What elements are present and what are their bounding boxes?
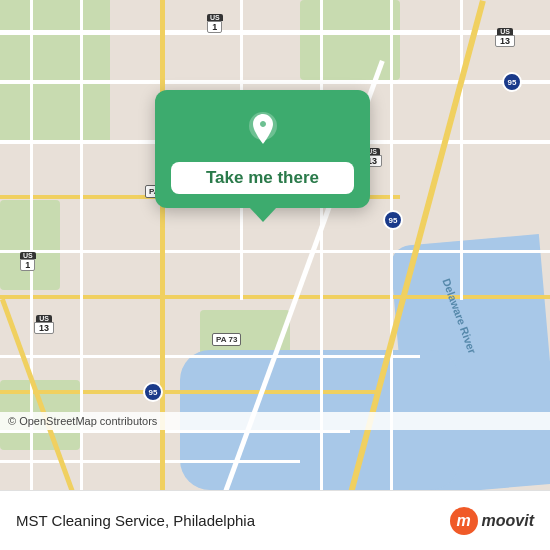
i95-shield-far-right: 95 (502, 72, 522, 92)
road-h6 (0, 355, 420, 358)
us1-shield-left: US 1 (20, 252, 36, 271)
bottom-bar: MST Cleaning Service, Philadelphia m moo… (0, 490, 550, 550)
road-h9 (0, 460, 300, 463)
i95-shield-mid: 95 (383, 210, 403, 230)
take-me-there-button[interactable]: Take me there (171, 162, 354, 194)
road-h7 (0, 390, 380, 394)
attribution-bar: © OpenStreetMap contributors (0, 412, 550, 430)
us1-shield-top: US 1 (207, 14, 223, 33)
moovit-m-icon: m (450, 507, 478, 535)
us13-shield-top-right: US 13 (495, 28, 515, 47)
popup-card: Take me there (155, 90, 370, 208)
map-container: US 1 US 13 PA 73 US 1 95 US 13 PA 73 95 … (0, 0, 550, 490)
us13-shield-mid: US 13 (34, 315, 54, 334)
service-name: MST Cleaning Service, Philadelphia (16, 512, 255, 529)
road-v6 (460, 0, 463, 300)
i95-shield-btm: 95 (143, 382, 163, 402)
location-pin-icon (241, 108, 285, 152)
pa73-shield-btm: PA 73 (212, 333, 241, 346)
attribution-text: © OpenStreetMap contributors (8, 415, 157, 427)
green-area-1 (0, 0, 110, 140)
green-area-2 (300, 0, 400, 80)
moovit-text: moovit (482, 512, 534, 530)
moovit-logo: m moovit (450, 507, 534, 535)
